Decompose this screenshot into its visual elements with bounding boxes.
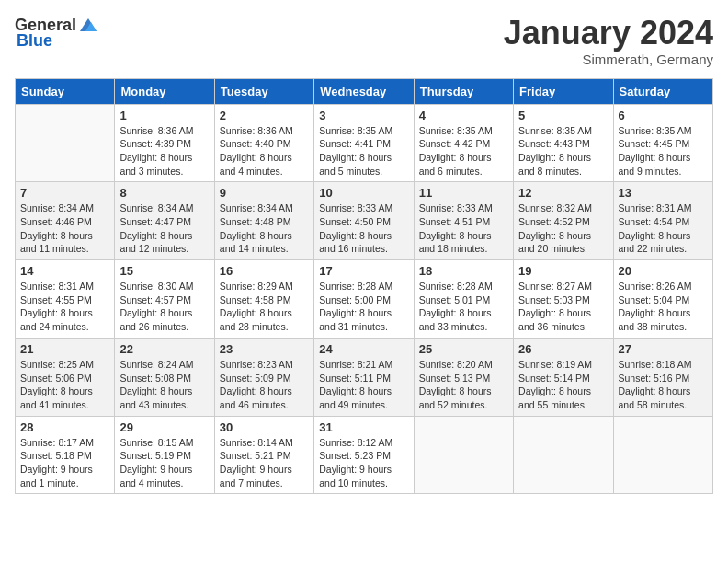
- day-number: 30: [220, 420, 309, 434]
- month-title: January 2024: [504, 15, 713, 52]
- day-number: 19: [518, 264, 608, 278]
- calendar-cell: 25Sunrise: 8:20 AMSunset: 5:13 PMDayligh…: [414, 338, 513, 416]
- calendar-cell: [613, 416, 712, 494]
- calendar-cell: 1Sunrise: 8:36 AMSunset: 4:39 PMDaylight…: [115, 104, 214, 182]
- day-info: Sunrise: 8:23 AMSunset: 5:09 PMDaylight:…: [220, 358, 309, 412]
- calendar-table: SundayMondayTuesdayWednesdayThursdayFrid…: [15, 78, 713, 495]
- day-number: 4: [419, 109, 508, 122]
- day-info: Sunrise: 8:36 AMSunset: 4:40 PMDaylight:…: [220, 124, 309, 178]
- day-info: Sunrise: 8:27 AMSunset: 5:03 PMDaylight:…: [518, 280, 608, 334]
- calendar-cell: 15Sunrise: 8:30 AMSunset: 4:57 PMDayligh…: [115, 260, 214, 339]
- page-header: General Blue January 2024 Simmerath, Ger…: [15, 15, 713, 67]
- calendar-cell: 31Sunrise: 8:12 AMSunset: 5:23 PMDayligh…: [314, 416, 414, 494]
- calendar-cell: 7Sunrise: 8:34 AMSunset: 4:46 PMDaylight…: [16, 182, 115, 260]
- calendar-cell: 16Sunrise: 8:29 AMSunset: 4:58 PMDayligh…: [214, 260, 313, 339]
- weekday-header-thursday: Thursday: [414, 78, 513, 104]
- day-info: Sunrise: 8:17 AMSunset: 5:18 PMDaylight:…: [20, 436, 109, 490]
- day-number: 13: [619, 186, 708, 200]
- weekday-header-monday: Monday: [115, 78, 214, 104]
- calendar-week-3: 14Sunrise: 8:31 AMSunset: 4:55 PMDayligh…: [16, 260, 713, 339]
- day-info: Sunrise: 8:30 AMSunset: 4:57 PMDaylight:…: [119, 280, 209, 334]
- calendar-cell: 27Sunrise: 8:18 AMSunset: 5:16 PMDayligh…: [613, 338, 712, 416]
- day-info: Sunrise: 8:35 AMSunset: 4:42 PMDaylight:…: [419, 124, 508, 178]
- weekday-header-tuesday: Tuesday: [214, 78, 313, 104]
- day-info: Sunrise: 8:28 AMSunset: 5:00 PMDaylight:…: [319, 280, 408, 334]
- calendar-cell: 10Sunrise: 8:33 AMSunset: 4:50 PMDayligh…: [314, 182, 414, 260]
- day-info: Sunrise: 8:28 AMSunset: 5:01 PMDaylight:…: [419, 280, 508, 334]
- calendar-cell: 3Sunrise: 8:35 AMSunset: 4:41 PMDaylight…: [314, 104, 414, 182]
- day-info: Sunrise: 8:36 AMSunset: 4:39 PMDaylight:…: [119, 124, 209, 178]
- day-number: 2: [220, 109, 309, 122]
- day-info: Sunrise: 8:35 AMSunset: 4:45 PMDaylight:…: [619, 124, 708, 178]
- calendar-cell: 23Sunrise: 8:23 AMSunset: 5:09 PMDayligh…: [214, 338, 313, 416]
- calendar-cell: 19Sunrise: 8:27 AMSunset: 5:03 PMDayligh…: [514, 260, 613, 339]
- day-info: Sunrise: 8:33 AMSunset: 4:50 PMDaylight:…: [319, 201, 408, 256]
- day-number: 9: [220, 186, 309, 200]
- day-info: Sunrise: 8:18 AMSunset: 5:16 PMDaylight:…: [619, 358, 708, 412]
- calendar-cell: 28Sunrise: 8:17 AMSunset: 5:18 PMDayligh…: [16, 416, 115, 494]
- day-info: Sunrise: 8:35 AMSunset: 4:43 PMDaylight:…: [518, 124, 608, 178]
- calendar-cell: 18Sunrise: 8:28 AMSunset: 5:01 PMDayligh…: [414, 260, 513, 339]
- day-number: 28: [20, 420, 109, 434]
- day-number: 31: [319, 420, 408, 434]
- calendar-cell: 22Sunrise: 8:24 AMSunset: 5:08 PMDayligh…: [115, 338, 214, 416]
- calendar-cell: 14Sunrise: 8:31 AMSunset: 4:55 PMDayligh…: [16, 260, 115, 339]
- day-number: 26: [518, 342, 608, 356]
- day-info: Sunrise: 8:34 AMSunset: 4:46 PMDaylight:…: [20, 201, 109, 256]
- day-number: 20: [619, 264, 708, 278]
- day-info: Sunrise: 8:31 AMSunset: 4:55 PMDaylight:…: [20, 280, 109, 334]
- calendar-cell: 6Sunrise: 8:35 AMSunset: 4:45 PMDaylight…: [613, 104, 712, 182]
- day-info: Sunrise: 8:24 AMSunset: 5:08 PMDaylight:…: [119, 358, 209, 412]
- calendar-cell: 4Sunrise: 8:35 AMSunset: 4:42 PMDaylight…: [414, 104, 513, 182]
- day-info: Sunrise: 8:34 AMSunset: 4:47 PMDaylight:…: [119, 201, 209, 256]
- calendar-header-row: SundayMondayTuesdayWednesdayThursdayFrid…: [16, 78, 713, 104]
- title-block: January 2024 Simmerath, Germany: [504, 15, 713, 67]
- logo: General Blue: [15, 15, 98, 51]
- day-info: Sunrise: 8:20 AMSunset: 5:13 PMDaylight:…: [419, 358, 508, 412]
- day-number: 3: [319, 109, 408, 122]
- weekday-header-sunday: Sunday: [16, 78, 115, 104]
- calendar-cell: [514, 416, 613, 494]
- calendar-cell: [16, 104, 115, 182]
- day-info: Sunrise: 8:35 AMSunset: 4:41 PMDaylight:…: [319, 124, 408, 178]
- day-number: 27: [619, 342, 708, 356]
- day-info: Sunrise: 8:21 AMSunset: 5:11 PMDaylight:…: [319, 358, 408, 412]
- day-number: 24: [319, 342, 408, 356]
- weekday-header-saturday: Saturday: [613, 78, 712, 104]
- day-number: 15: [119, 264, 209, 278]
- day-number: 21: [20, 342, 109, 356]
- day-number: 29: [119, 420, 209, 434]
- calendar-cell: 30Sunrise: 8:14 AMSunset: 5:21 PMDayligh…: [214, 416, 313, 494]
- day-number: 22: [119, 342, 209, 356]
- day-number: 25: [419, 342, 508, 356]
- logo-blue-text: Blue: [17, 31, 52, 51]
- day-number: 18: [419, 264, 508, 278]
- day-info: Sunrise: 8:25 AMSunset: 5:06 PMDaylight:…: [20, 358, 109, 412]
- calendar-cell: 20Sunrise: 8:26 AMSunset: 5:04 PMDayligh…: [613, 260, 712, 339]
- day-number: 16: [220, 264, 309, 278]
- day-info: Sunrise: 8:19 AMSunset: 5:14 PMDaylight:…: [518, 358, 608, 412]
- calendar-cell: 21Sunrise: 8:25 AMSunset: 5:06 PMDayligh…: [16, 338, 115, 416]
- calendar-week-4: 21Sunrise: 8:25 AMSunset: 5:06 PMDayligh…: [16, 338, 713, 416]
- calendar-cell: 17Sunrise: 8:28 AMSunset: 5:00 PMDayligh…: [314, 260, 414, 339]
- calendar-cell: 2Sunrise: 8:36 AMSunset: 4:40 PMDaylight…: [214, 104, 313, 182]
- day-number: 17: [319, 264, 408, 278]
- location-subtitle: Simmerath, Germany: [504, 52, 713, 67]
- day-info: Sunrise: 8:29 AMSunset: 4:58 PMDaylight:…: [220, 280, 309, 334]
- calendar-cell: [414, 416, 513, 494]
- day-info: Sunrise: 8:33 AMSunset: 4:51 PMDaylight:…: [419, 201, 508, 256]
- calendar-cell: 8Sunrise: 8:34 AMSunset: 4:47 PMDaylight…: [115, 182, 214, 260]
- day-number: 12: [518, 186, 608, 200]
- day-info: Sunrise: 8:12 AMSunset: 5:23 PMDaylight:…: [319, 436, 408, 490]
- logo-icon: [78, 15, 98, 35]
- day-number: 14: [20, 264, 109, 278]
- calendar-cell: 12Sunrise: 8:32 AMSunset: 4:52 PMDayligh…: [514, 182, 613, 260]
- calendar-week-1: 1Sunrise: 8:36 AMSunset: 4:39 PMDaylight…: [16, 104, 713, 182]
- day-info: Sunrise: 8:26 AMSunset: 5:04 PMDaylight:…: [619, 280, 708, 334]
- calendar-week-2: 7Sunrise: 8:34 AMSunset: 4:46 PMDaylight…: [16, 182, 713, 260]
- day-info: Sunrise: 8:31 AMSunset: 4:54 PMDaylight:…: [619, 201, 708, 256]
- day-info: Sunrise: 8:34 AMSunset: 4:48 PMDaylight:…: [220, 201, 309, 256]
- calendar-week-5: 28Sunrise: 8:17 AMSunset: 5:18 PMDayligh…: [16, 416, 713, 494]
- day-number: 6: [619, 109, 708, 122]
- calendar-cell: 26Sunrise: 8:19 AMSunset: 5:14 PMDayligh…: [514, 338, 613, 416]
